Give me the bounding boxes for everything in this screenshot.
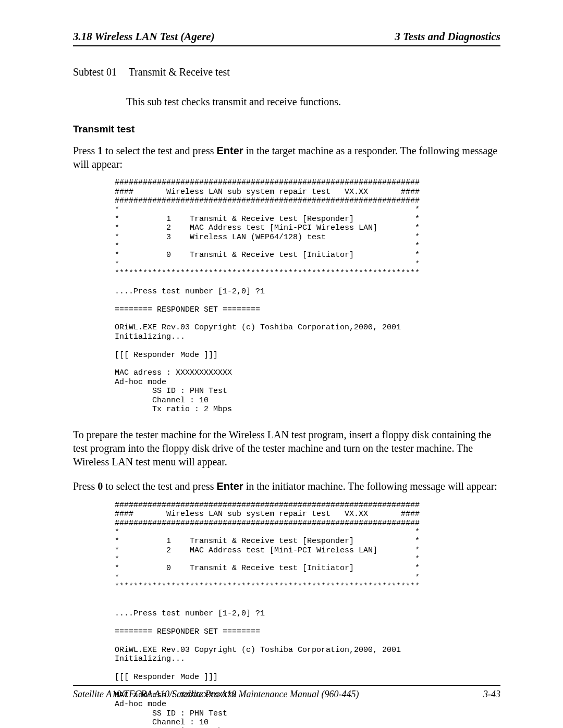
text: in the initiator machine. The following … bbox=[243, 480, 497, 492]
subtest-row: Subtest 01 Transmit & Receive test bbox=[73, 66, 500, 78]
code-output-responder: ########################################… bbox=[115, 178, 500, 414]
paragraph-press-0: Press 0 to select the test and press Ent… bbox=[73, 480, 500, 493]
text: Press bbox=[73, 480, 97, 492]
header-right: 3 Tests and Diagnostics bbox=[395, 30, 500, 43]
paragraph-press-1: Press 1 to select the test and press Ent… bbox=[73, 144, 500, 171]
page-header: 3.18 Wireless LAN Test (Agere) 3 Tests a… bbox=[73, 30, 500, 46]
key-enter: Enter bbox=[217, 480, 243, 492]
key-1: 1 bbox=[97, 145, 103, 156]
footer-left: Satellite A10/TECRA A10/Satellite Pro A1… bbox=[73, 689, 359, 700]
text: to select the test and press bbox=[103, 145, 216, 156]
text: Press bbox=[73, 145, 97, 156]
page-footer: Satellite A10/TECRA A10/Satellite Pro A1… bbox=[73, 685, 500, 700]
subtest-label: Subtest 01 bbox=[73, 66, 126, 78]
footer-right: 3-43 bbox=[483, 689, 500, 700]
section-title-transmit-test: Transmit test bbox=[73, 124, 500, 135]
key-0: 0 bbox=[97, 480, 103, 492]
subtest-name: Transmit & Receive test bbox=[129, 66, 230, 78]
header-left: 3.18 Wireless LAN Test (Agere) bbox=[73, 30, 215, 43]
subtest-description: This sub test checks transmit and receiv… bbox=[126, 96, 500, 108]
key-enter: Enter bbox=[217, 145, 243, 156]
paragraph-prepare-tester: To prepare the tester machine for the Wi… bbox=[73, 428, 500, 468]
text: to select the test and press bbox=[103, 480, 216, 492]
